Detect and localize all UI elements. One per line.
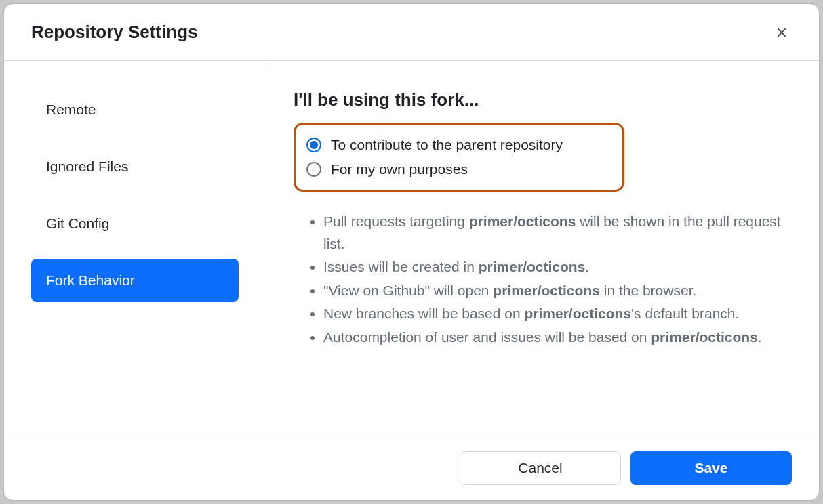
dialog-header: Repository Settings xyxy=(4,4,819,61)
list-item: "View on Github" will open primer/octico… xyxy=(323,280,792,302)
radio-icon xyxy=(306,138,321,152)
radio-label: To contribute to the parent repository xyxy=(331,137,563,153)
sidebar-item-fork-behavior[interactable]: Fork Behavior xyxy=(31,259,239,302)
sidebar-item-remote[interactable]: Remote xyxy=(31,88,239,131)
close-button[interactable] xyxy=(771,22,792,43)
dialog-body: Remote Ignored Files Git Config Fork Beh… xyxy=(4,61,819,436)
repository-settings-dialog: Repository Settings Remote Ignored Files… xyxy=(4,4,819,500)
sidebar-item-label: Git Config xyxy=(46,215,109,231)
cancel-button[interactable]: Cancel xyxy=(460,451,621,485)
sidebar-item-ignored-files[interactable]: Ignored Files xyxy=(31,145,239,188)
radio-contribute-parent[interactable]: To contribute to the parent repository xyxy=(306,133,611,157)
list-item: Issues will be created in primer/octicon… xyxy=(323,256,792,278)
save-button[interactable]: Save xyxy=(630,451,792,485)
sidebar-item-git-config[interactable]: Git Config xyxy=(31,202,239,245)
sidebar-item-label: Remote xyxy=(46,102,96,117)
fork-behavior-description-list: Pull requests targeting primer/octicons … xyxy=(294,211,792,348)
sidebar-item-label: Fork Behavior xyxy=(46,272,135,288)
dialog-title: Repository Settings xyxy=(31,22,198,43)
fork-usage-radio-group: To contribute to the parent repository F… xyxy=(294,123,624,192)
settings-sidebar: Remote Ignored Files Git Config Fork Beh… xyxy=(4,61,266,436)
radio-label: For my own purposes xyxy=(331,161,468,177)
section-heading: I'll be using this fork... xyxy=(294,89,792,110)
radio-icon xyxy=(306,162,321,177)
list-item: New branches will be based on primer/oct… xyxy=(323,303,792,325)
close-icon xyxy=(774,25,789,40)
list-item: Autocompletion of user and issues will b… xyxy=(323,327,792,349)
settings-content: I'll be using this fork... To contribute… xyxy=(266,61,819,436)
dialog-footer: Cancel Save xyxy=(4,436,819,500)
sidebar-item-label: Ignored Files xyxy=(46,159,128,174)
list-item: Pull requests targeting primer/octicons … xyxy=(323,211,792,255)
radio-own-purposes[interactable]: For my own purposes xyxy=(306,157,611,182)
